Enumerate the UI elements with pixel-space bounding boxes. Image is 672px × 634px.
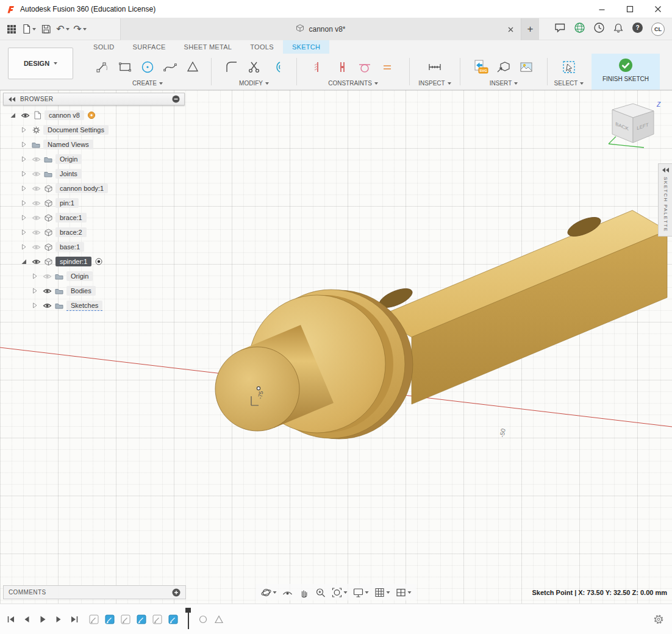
timeline-feature-sketch-2[interactable] [121, 614, 130, 624]
modify-dropdown[interactable]: MODIFY [212, 79, 296, 90]
offset-tool-button[interactable] [268, 58, 286, 76]
timeline-feature-sketch-4[interactable] [152, 614, 162, 624]
visibility-eye-icon[interactable] [31, 244, 41, 251]
tab-tools[interactable]: TOOLS [241, 40, 283, 54]
select-tool-button[interactable] [560, 58, 578, 76]
browser-item-origin[interactable]: Origin [3, 152, 185, 166]
visibility-eye-icon[interactable] [31, 229, 41, 236]
tab-sheet-metal[interactable]: SHEET METAL [175, 40, 241, 54]
browser-item-spinder-1[interactable]: spinder:1 [3, 254, 185, 269]
document-tab[interactable]: cannon v8* [120, 18, 521, 40]
visibility-eye-icon[interactable] [31, 215, 41, 221]
browser-item-label[interactable]: Origin [55, 154, 82, 164]
browser-item-document-settings[interactable]: Document Settings [3, 123, 185, 137]
trim-tool-button[interactable] [245, 58, 263, 76]
timeline-feature-sketch-3[interactable] [137, 614, 146, 624]
expander-open-icon[interactable] [19, 258, 29, 265]
polygon-tool-button[interactable] [184, 58, 202, 76]
create-dropdown[interactable]: CREATE [84, 79, 211, 90]
browser-item-base-1[interactable]: base:1 [3, 240, 185, 254]
canvas-tool-button[interactable] [517, 58, 535, 76]
browser-item-pin-1[interactable]: pin:1 [3, 196, 185, 210]
browser-header[interactable]: BROWSER [3, 93, 185, 105]
sketch-palette-tab[interactable]: SKETCH PALETTE [658, 163, 672, 237]
display-settings-button[interactable] [352, 586, 370, 599]
insert-derive-button[interactable] [495, 58, 513, 76]
workspace-selector-button[interactable]: DESIGN [8, 48, 73, 79]
app-grid-icon[interactable] [4, 21, 19, 37]
browser-item-label[interactable]: Named Views [43, 140, 93, 149]
expander-closed-icon[interactable] [30, 302, 40, 308]
grid-snaps-button[interactable] [373, 586, 391, 599]
notifications-bell-icon[interactable] [613, 23, 624, 36]
circle-tool-button[interactable] [138, 58, 157, 76]
timeline-scrubber[interactable] [185, 606, 191, 633]
add-comment-icon[interactable] [172, 588, 181, 597]
finish-sketch-button[interactable]: FINISH SKETCH [592, 54, 660, 90]
browser-item-label[interactable]: Sketches [66, 301, 102, 311]
tangent-constraint-button[interactable] [356, 58, 374, 76]
tab-surface[interactable]: SURFACE [124, 40, 175, 54]
timeline-feature-triangle-8[interactable] [214, 614, 224, 624]
help-icon[interactable]: ? [632, 22, 643, 36]
insert-dropdown[interactable]: INSERT [460, 79, 547, 90]
timeline-feature-sketch-0[interactable] [89, 614, 99, 624]
close-tab-icon[interactable] [507, 25, 515, 36]
look-at-button[interactable] [281, 586, 295, 599]
file-menu-button[interactable] [21, 21, 36, 37]
go-to-end-button[interactable] [68, 613, 80, 625]
rectangle-tool-button[interactable] [116, 58, 134, 76]
browser-item-sketches[interactable]: Sketches [3, 298, 185, 313]
browser-item-label[interactable]: cannon v8 [45, 110, 84, 120]
maximize-button[interactable] [616, 0, 644, 18]
visibility-eye-icon[interactable] [31, 185, 41, 192]
expander-closed-icon[interactable] [19, 185, 29, 191]
browser-item-bodies[interactable]: Bodies [3, 283, 185, 298]
visibility-eye-icon[interactable] [31, 156, 41, 163]
expander-closed-icon[interactable] [30, 288, 40, 294]
collapse-left-icon[interactable] [8, 96, 16, 102]
browser-item-cannon-v8[interactable]: cannon v8 [3, 108, 185, 123]
comments-bar[interactable]: COMMENTS [3, 585, 186, 599]
web-icon[interactable] [574, 22, 585, 36]
go-to-start-button[interactable] [5, 613, 17, 625]
browser-item-named-views[interactable]: Named Views [3, 137, 185, 152]
fillet-tool-button[interactable] [223, 58, 241, 76]
visibility-eye-icon[interactable] [31, 171, 41, 177]
close-button[interactable] [644, 0, 672, 18]
browser-item-label[interactable]: Bodies [66, 286, 96, 296]
select-dropdown[interactable]: SELECT [548, 79, 590, 90]
expander-closed-icon[interactable] [19, 127, 29, 133]
timeline-feature-circle-7[interactable] [198, 614, 208, 624]
visibility-eye-icon[interactable] [42, 302, 52, 309]
expander-closed-icon[interactable] [30, 273, 40, 279]
save-button[interactable] [38, 21, 53, 37]
browser-item-label[interactable]: Origin [66, 271, 93, 281]
visibility-eye-icon[interactable] [20, 112, 30, 119]
browser-item-label[interactable]: spinder:1 [55, 257, 91, 266]
browser-item-label[interactable]: Document Settings [43, 125, 109, 135]
browser-item-label[interactable]: brace:1 [55, 213, 87, 223]
browser-item-joints[interactable]: Joints [3, 166, 185, 181]
orbit-button[interactable] [260, 586, 278, 599]
coincident-constraint-button[interactable] [333, 58, 351, 76]
expander-closed-icon[interactable] [19, 229, 29, 235]
expander-closed-icon[interactable] [19, 200, 29, 206]
tab-solid[interactable]: SOLID [84, 40, 124, 54]
tab-sketch[interactable]: SKETCH [283, 40, 329, 54]
play-button[interactable] [37, 613, 49, 625]
redo-button[interactable]: ↷ [73, 21, 87, 37]
new-document-button[interactable]: + [521, 18, 539, 40]
browser-item-label[interactable]: brace:2 [55, 227, 87, 237]
sketch-point[interactable] [257, 386, 260, 390]
line-tool-button[interactable] [93, 58, 112, 76]
constraints-dropdown[interactable]: CONSTRAINTS [297, 79, 409, 90]
timeline-settings-button[interactable] [653, 614, 672, 625]
browser-item-origin[interactable]: Origin [3, 269, 185, 283]
expander-closed-icon[interactable] [19, 156, 29, 162]
equal-constraint-button[interactable] [378, 58, 396, 76]
expander-closed-icon[interactable] [19, 244, 29, 250]
inspect-dropdown[interactable]: INSPECT [410, 79, 460, 90]
activate-component-radio[interactable] [94, 258, 104, 265]
browser-item-label[interactable]: pin:1 [55, 198, 79, 208]
